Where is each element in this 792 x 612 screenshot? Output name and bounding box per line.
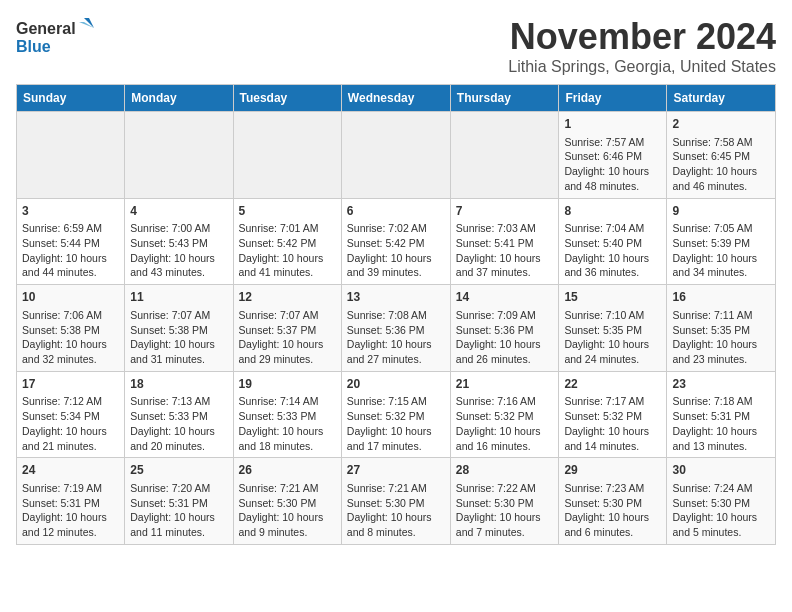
day-number: 15 [564, 289, 661, 306]
calendar-cell: 17Sunrise: 7:12 AM Sunset: 5:34 PM Dayli… [17, 371, 125, 458]
day-info: Sunrise: 7:18 AM Sunset: 5:31 PM Dayligh… [672, 394, 770, 453]
calendar-cell [125, 112, 233, 199]
calendar-cell: 21Sunrise: 7:16 AM Sunset: 5:32 PM Dayli… [450, 371, 559, 458]
day-number: 16 [672, 289, 770, 306]
day-number: 6 [347, 203, 445, 220]
calendar-row-0: 1Sunrise: 7:57 AM Sunset: 6:46 PM Daylig… [17, 112, 776, 199]
day-info: Sunrise: 7:03 AM Sunset: 5:41 PM Dayligh… [456, 221, 554, 280]
day-number: 19 [239, 376, 336, 393]
weekday-header-friday: Friday [559, 85, 667, 112]
calendar-cell: 2Sunrise: 7:58 AM Sunset: 6:45 PM Daylig… [667, 112, 776, 199]
calendar-row-4: 24Sunrise: 7:19 AM Sunset: 5:31 PM Dayli… [17, 458, 776, 545]
calendar-cell: 10Sunrise: 7:06 AM Sunset: 5:38 PM Dayli… [17, 285, 125, 372]
day-number: 11 [130, 289, 227, 306]
day-number: 26 [239, 462, 336, 479]
calendar-cell: 13Sunrise: 7:08 AM Sunset: 5:36 PM Dayli… [341, 285, 450, 372]
calendar-cell: 6Sunrise: 7:02 AM Sunset: 5:42 PM Daylig… [341, 198, 450, 285]
day-number: 5 [239, 203, 336, 220]
logo: General Blue [16, 16, 96, 60]
location-subtitle: Lithia Springs, Georgia, United States [508, 58, 776, 76]
day-number: 20 [347, 376, 445, 393]
day-number: 8 [564, 203, 661, 220]
calendar-cell: 24Sunrise: 7:19 AM Sunset: 5:31 PM Dayli… [17, 458, 125, 545]
calendar-cell: 22Sunrise: 7:17 AM Sunset: 5:32 PM Dayli… [559, 371, 667, 458]
day-number: 3 [22, 203, 119, 220]
calendar-cell: 30Sunrise: 7:24 AM Sunset: 5:30 PM Dayli… [667, 458, 776, 545]
day-number: 7 [456, 203, 554, 220]
day-info: Sunrise: 7:21 AM Sunset: 5:30 PM Dayligh… [347, 481, 445, 540]
calendar-cell: 23Sunrise: 7:18 AM Sunset: 5:31 PM Dayli… [667, 371, 776, 458]
logo-svg: General Blue [16, 16, 96, 60]
page-header: General Blue November 2024 Lithia Spring… [16, 16, 776, 76]
calendar-cell: 27Sunrise: 7:21 AM Sunset: 5:30 PM Dayli… [341, 458, 450, 545]
day-number: 28 [456, 462, 554, 479]
day-info: Sunrise: 7:23 AM Sunset: 5:30 PM Dayligh… [564, 481, 661, 540]
day-info: Sunrise: 7:15 AM Sunset: 5:32 PM Dayligh… [347, 394, 445, 453]
day-info: Sunrise: 7:08 AM Sunset: 5:36 PM Dayligh… [347, 308, 445, 367]
calendar-cell [233, 112, 341, 199]
calendar-cell [341, 112, 450, 199]
day-number: 4 [130, 203, 227, 220]
day-number: 13 [347, 289, 445, 306]
svg-text:General: General [16, 20, 76, 37]
calendar-row-3: 17Sunrise: 7:12 AM Sunset: 5:34 PM Dayli… [17, 371, 776, 458]
day-info: Sunrise: 7:24 AM Sunset: 5:30 PM Dayligh… [672, 481, 770, 540]
day-info: Sunrise: 6:59 AM Sunset: 5:44 PM Dayligh… [22, 221, 119, 280]
calendar-cell: 29Sunrise: 7:23 AM Sunset: 5:30 PM Dayli… [559, 458, 667, 545]
day-number: 29 [564, 462, 661, 479]
day-number: 17 [22, 376, 119, 393]
weekday-header-saturday: Saturday [667, 85, 776, 112]
day-info: Sunrise: 7:14 AM Sunset: 5:33 PM Dayligh… [239, 394, 336, 453]
day-info: Sunrise: 7:16 AM Sunset: 5:32 PM Dayligh… [456, 394, 554, 453]
day-number: 30 [672, 462, 770, 479]
day-info: Sunrise: 7:06 AM Sunset: 5:38 PM Dayligh… [22, 308, 119, 367]
day-info: Sunrise: 7:20 AM Sunset: 5:31 PM Dayligh… [130, 481, 227, 540]
day-info: Sunrise: 7:09 AM Sunset: 5:36 PM Dayligh… [456, 308, 554, 367]
weekday-header-wednesday: Wednesday [341, 85, 450, 112]
calendar-cell: 16Sunrise: 7:11 AM Sunset: 5:35 PM Dayli… [667, 285, 776, 372]
calendar-cell: 15Sunrise: 7:10 AM Sunset: 5:35 PM Dayli… [559, 285, 667, 372]
day-number: 9 [672, 203, 770, 220]
calendar-cell: 8Sunrise: 7:04 AM Sunset: 5:40 PM Daylig… [559, 198, 667, 285]
calendar-row-1: 3Sunrise: 6:59 AM Sunset: 5:44 PM Daylig… [17, 198, 776, 285]
calendar-cell: 14Sunrise: 7:09 AM Sunset: 5:36 PM Dayli… [450, 285, 559, 372]
day-number: 10 [22, 289, 119, 306]
calendar-cell: 7Sunrise: 7:03 AM Sunset: 5:41 PM Daylig… [450, 198, 559, 285]
calendar-cell: 18Sunrise: 7:13 AM Sunset: 5:33 PM Dayli… [125, 371, 233, 458]
calendar-row-2: 10Sunrise: 7:06 AM Sunset: 5:38 PM Dayli… [17, 285, 776, 372]
calendar-cell: 26Sunrise: 7:21 AM Sunset: 5:30 PM Dayli… [233, 458, 341, 545]
calendar-table: SundayMondayTuesdayWednesdayThursdayFrid… [16, 84, 776, 545]
day-info: Sunrise: 7:07 AM Sunset: 5:37 PM Dayligh… [239, 308, 336, 367]
calendar-cell: 12Sunrise: 7:07 AM Sunset: 5:37 PM Dayli… [233, 285, 341, 372]
day-number: 21 [456, 376, 554, 393]
day-number: 14 [456, 289, 554, 306]
calendar-cell [17, 112, 125, 199]
day-info: Sunrise: 7:12 AM Sunset: 5:34 PM Dayligh… [22, 394, 119, 453]
day-info: Sunrise: 7:19 AM Sunset: 5:31 PM Dayligh… [22, 481, 119, 540]
calendar-cell: 4Sunrise: 7:00 AM Sunset: 5:43 PM Daylig… [125, 198, 233, 285]
weekday-header-sunday: Sunday [17, 85, 125, 112]
day-info: Sunrise: 7:05 AM Sunset: 5:39 PM Dayligh… [672, 221, 770, 280]
day-number: 24 [22, 462, 119, 479]
day-info: Sunrise: 7:21 AM Sunset: 5:30 PM Dayligh… [239, 481, 336, 540]
day-info: Sunrise: 7:58 AM Sunset: 6:45 PM Dayligh… [672, 135, 770, 194]
calendar-cell: 25Sunrise: 7:20 AM Sunset: 5:31 PM Dayli… [125, 458, 233, 545]
calendar-cell [450, 112, 559, 199]
weekday-header-tuesday: Tuesday [233, 85, 341, 112]
day-info: Sunrise: 7:02 AM Sunset: 5:42 PM Dayligh… [347, 221, 445, 280]
day-number: 27 [347, 462, 445, 479]
day-info: Sunrise: 7:13 AM Sunset: 5:33 PM Dayligh… [130, 394, 227, 453]
title-block: November 2024 Lithia Springs, Georgia, U… [508, 16, 776, 76]
day-info: Sunrise: 7:17 AM Sunset: 5:32 PM Dayligh… [564, 394, 661, 453]
day-number: 25 [130, 462, 227, 479]
day-info: Sunrise: 7:57 AM Sunset: 6:46 PM Dayligh… [564, 135, 661, 194]
day-info: Sunrise: 7:22 AM Sunset: 5:30 PM Dayligh… [456, 481, 554, 540]
day-info: Sunrise: 7:00 AM Sunset: 5:43 PM Dayligh… [130, 221, 227, 280]
day-info: Sunrise: 7:11 AM Sunset: 5:35 PM Dayligh… [672, 308, 770, 367]
day-number: 18 [130, 376, 227, 393]
month-title: November 2024 [508, 16, 776, 58]
calendar-cell: 28Sunrise: 7:22 AM Sunset: 5:30 PM Dayli… [450, 458, 559, 545]
day-number: 23 [672, 376, 770, 393]
calendar-cell: 9Sunrise: 7:05 AM Sunset: 5:39 PM Daylig… [667, 198, 776, 285]
weekday-header-thursday: Thursday [450, 85, 559, 112]
